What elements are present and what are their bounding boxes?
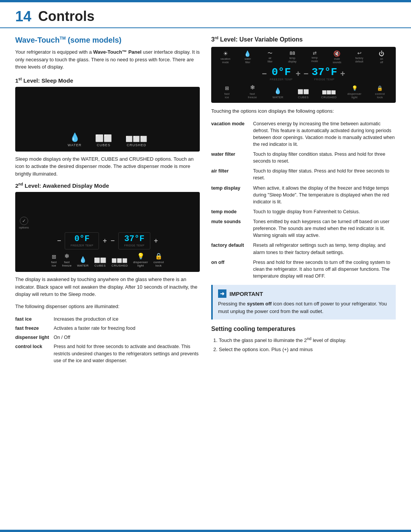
content-area: Wave-TouchTM (some models) Your refriger… <box>0 28 411 369</box>
option-dispenser-light-desc: On / Off <box>54 333 200 342</box>
temp-mode-label: tempmode <box>311 56 318 63</box>
wave-touch-subtitle: (some models) <box>66 36 122 44</box>
water-3rd-icon: 💧 <box>274 87 282 94</box>
awaken-icons-row: ⊞ fastice ❄ fastfreeze 💧 WATER ⬜⬜ CUBES … <box>19 253 196 267</box>
disp-light-icon: 💡 <box>137 253 145 259</box>
level1-heading: 1st Level: Sleep Mode <box>15 77 200 84</box>
crushed-awaken-icon: ⬜⬜⬜ <box>112 259 127 263</box>
water-awaken-icon: 💧 <box>79 257 87 263</box>
disp-light-3rd-label: dispenserlight <box>347 92 362 99</box>
cooling-step-1: Touch the glass panel to illuminate the … <box>219 335 396 344</box>
water-filter-label: water filter <box>211 149 253 166</box>
cubes-icon-item: ⬜⬜ CUBES <box>95 135 112 147</box>
vacation-mode-label: vacationmode <box>220 58 230 64</box>
mute-sounds-label: mute sounds <box>211 217 253 240</box>
vacation-mode-desc: Conserves energy by increasing the time … <box>253 119 396 150</box>
water-drop-icon: 💧 <box>70 133 80 142</box>
level3-heading: 3rd Level: User Variable Options <box>211 36 396 43</box>
temp-display-desc: When active, it allows the display of th… <box>253 183 396 207</box>
crushed-icon-item: ⬜⬜⬜ CRUSHED <box>126 136 147 147</box>
control-lock-awaken-icon: 🔒 <box>155 253 162 259</box>
options-indicator: ✓ options <box>19 217 29 229</box>
option-fast-freeze-label: fast freeze <box>15 324 54 333</box>
option-control-lock-desc: Press and hold for three seconds to acti… <box>54 342 200 365</box>
air-filter-label: air filter <box>211 166 253 183</box>
awaken-mode-panel: ✓ options − 0°F FREEZER TEMP + − 37°F FR… <box>15 192 200 272</box>
important-title: IMPORTANT <box>229 291 263 297</box>
temp-mode-desc: Touch to toggle display from Fahrenheit … <box>253 207 396 217</box>
air-filter-row: air filter Touch to display filter statu… <box>211 166 396 183</box>
bottom-icons-row: ⊞ fastice ❄ fastfreeze 💧 WATER ⬜⬜ CUBES … <box>214 84 393 99</box>
freezer-temp-value: 0°F <box>75 235 90 243</box>
option-control-lock: control lock Press and hold for three se… <box>15 342 200 365</box>
option-fast-ice: fast ice Increases the production of ice <box>15 315 200 324</box>
following-text: The following dispenser options are illu… <box>15 303 200 310</box>
fridge-minus-3rd: − <box>304 69 309 79</box>
factory-default-row: factory default Resets all refrigerator … <box>211 240 396 257</box>
fast-ice-icon-item: ⊞ fastice <box>51 254 57 267</box>
cubes-awaken-icon: ⬜⬜ <box>94 258 106 263</box>
vacation-mode-item: ☀ vacationmode <box>218 51 232 64</box>
air-filter-icon: 〜 <box>268 51 272 56</box>
on-off-item: ⏻ onoff <box>375 51 389 64</box>
cubes-3rd-label: CUBES <box>298 96 309 99</box>
water-3rd: 💧 WATER <box>270 87 285 99</box>
fast-ice-3rd: ⊞ fastice <box>219 85 234 99</box>
on-off-label: onoff <box>380 58 383 64</box>
freezer-temp-display: 0°F FREEZER TEMP <box>65 232 99 249</box>
control-lock-awaken-icon-item: 🔒 controllock <box>153 253 164 267</box>
awaken-top: ✓ options <box>19 217 196 229</box>
disp-light-label: dispenserlight <box>133 260 148 267</box>
sleep-mode-panel: 💧 WATER ⬜⬜ CUBES ⬜⬜⬜ CRUSHED <box>15 87 200 152</box>
mute-sounds-item: 🔇 mutesounds <box>330 51 344 64</box>
factory-default-icon: ↩ <box>357 51 362 56</box>
level2-title: Level: Awakened Display Mode <box>23 182 109 189</box>
water-filter-row: water filter Touch to display filter con… <box>211 149 396 166</box>
option-fast-ice-desc: Increases the production of ice <box>54 315 200 324</box>
freezer-minus-3rd: − <box>262 69 267 79</box>
crushed-3rd-icon: ⬜⬜⬜ <box>322 90 336 94</box>
cubes-awaken-icon-item: ⬜⬜ CUBES <box>94 258 106 267</box>
disp-light-3rd-icon: 💡 <box>352 85 358 91</box>
cooling-steps-list: Touch the glass panel to illuminate the … <box>211 335 396 353</box>
fast-freeze-icon: ❄ <box>64 253 69 259</box>
water-icon-item: 💧 WATER <box>68 133 82 147</box>
water-label: WATER <box>68 143 82 147</box>
temp-display-row: temp display When active, it allows the … <box>211 183 396 207</box>
temp-mode-label: temp mode <box>211 207 253 217</box>
cubes-icon: ⬜⬜ <box>95 135 112 142</box>
wave-touch-sup: TM <box>60 36 66 40</box>
freezer-val-3rd: 0°F <box>272 67 291 78</box>
freezer-minus: − <box>57 237 61 245</box>
mute-sounds-desc: Tones emitted by each keypress can be tu… <box>253 217 396 240</box>
freezer-temp-label: FREEZER TEMP <box>70 244 93 247</box>
crushed-awaken-icon-item: ⬜⬜⬜ CRUSHED <box>112 259 128 267</box>
arrow-icon: ➜ <box>218 289 226 298</box>
vacation-mode-icon: ☀ <box>223 51 228 56</box>
fast-ice-3rd-icon: ⊞ <box>225 85 229 91</box>
ctrl-lock-3rd-icon: 🔒 <box>377 85 383 91</box>
bottom-bar <box>0 530 411 532</box>
fridge-val-3rd: 37°F <box>312 67 337 78</box>
fast-freeze-3rd-icon: ❄ <box>250 84 255 91</box>
wave-touch-heading: Wave-TouchTM (some models) <box>15 36 200 45</box>
vacation-mode-label: vacation mode <box>211 119 253 150</box>
crushed-3rd-label: CRUSHED <box>321 96 337 99</box>
level2-heading: 2nd Level: Awakened Display Mode <box>15 182 200 189</box>
option-control-lock-label: control lock <box>15 342 54 365</box>
options-circle: ✓ <box>20 217 28 225</box>
option-dispenser-light: dispenser light On / Off <box>15 333 200 342</box>
on-off-icon: ⏻ <box>379 51 384 56</box>
cubes-label: CUBES <box>97 143 110 147</box>
mute-sounds-icon: 🔇 <box>333 51 341 56</box>
right-column: 3rd Level: User Variable Options ☀ vacat… <box>211 28 396 369</box>
water-awaken-label: WATER <box>77 264 89 267</box>
crushed-label: CRUSHED <box>127 143 147 147</box>
mute-sounds-row: mute sounds Tones emitted by each keypre… <box>211 217 396 240</box>
temp-mode-icon: ⇄ <box>313 51 317 55</box>
option-fast-ice-label: fast ice <box>15 315 54 324</box>
temp-display-icon: 88 <box>290 51 295 56</box>
on-off-desc: Press and hold for three seconds to turn… <box>253 257 396 281</box>
intro-text: Your refrigerator is equipped with a Wav… <box>15 48 200 71</box>
cubes-3rd-icon: ⬜⬜ <box>298 89 309 94</box>
